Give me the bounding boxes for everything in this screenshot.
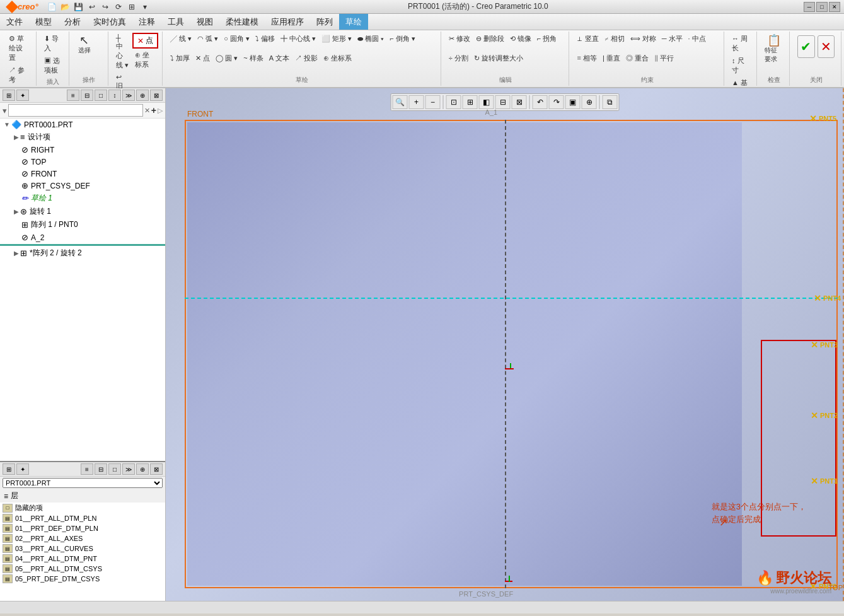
midpoint-btn[interactable]: · 中点 [686,33,708,45]
equal-btn[interactable]: = 相等 [574,52,599,64]
save-btn[interactable]: 💾 [72,1,85,13]
layer-tb-btn2[interactable]: ✦ [16,463,29,475]
expand-icon4[interactable]: ▶ [14,250,19,257]
zoom-fit-btn[interactable]: 🔍 [393,95,408,109]
layer-item-01-all[interactable]: ▤ 01__PRT_ALL_DTM_PLN [0,513,165,523]
arc-btn[interactable]: ◠ 弧 ▾ [195,33,221,45]
tree-item-sketch1[interactable]: ✏ 草绘 1 [0,192,165,205]
layer-item-01-def[interactable]: ▤ 01__PRT_DEF_DTM_PLN [0,523,165,533]
search-extra-btn[interactable]: ▷ [158,107,163,115]
layer-item-03[interactable]: ▤ 03__PRT_ALL_CURVES [0,543,165,554]
filter-icon[interactable]: ▾ [3,106,7,115]
close-btn[interactable]: ✕ [829,2,840,12]
vertical-c-btn[interactable]: ⊥ 竖直 [574,33,601,45]
tree-item-array-pnt0[interactable]: ⊞ 阵列 1 / PNT0 [0,218,165,231]
maximize-btn[interactable]: □ [816,2,828,12]
coords-btn2[interactable]: ⊕ 坐标系 [321,52,354,64]
perimeter-btn[interactable]: ↔ 周长 [729,33,753,54]
minimize-btn[interactable]: ─ [804,2,815,12]
tree-item-right[interactable]: ⊘ RIGHT [0,144,165,156]
regen-btn[interactable]: ⟳ [112,1,125,13]
expand-icon[interactable]: ▼ [4,121,10,128]
menu-view[interactable]: 视图 [190,14,219,30]
view-btn10[interactable]: ⧉ [603,95,618,109]
tree-item-front[interactable]: ⊘ FRONT [0,168,165,180]
open-btn[interactable]: 📂 [59,1,72,13]
layer-tb-btn6[interactable]: ≫ [122,463,135,475]
tree-tb-icon8[interactable]: ⊕ [136,90,149,101]
line-btn[interactable]: ╱ 线 ▾ [168,33,194,45]
horizontal-c-btn[interactable]: ─ 水平 [659,33,685,45]
coords-btn[interactable]: ⊕ 坐标系 [132,49,158,71]
dimension-btn[interactable]: ↕ 尺寸 [729,55,753,76]
delete-seg-btn[interactable]: ⊖ 删除段 [473,33,507,45]
tree-tb-icon1[interactable]: ⊞ [3,90,15,101]
tree-tb-icon4[interactable]: ⊟ [81,90,93,101]
menu-simulation[interactable]: 实时仿真 [87,14,132,30]
tree-item-design[interactable]: ▶ ≡ 设计项 [0,131,165,144]
tree-tb-icon7[interactable]: ≫ [122,90,135,101]
layer-item-02[interactable]: ▤ 02__PRT_ALL_AXES [0,533,165,543]
tree-item-a2[interactable]: ⊘ A_2 [0,231,165,243]
layer-tb-btn1[interactable]: ⊞ [3,463,15,475]
layer-tb-btn3[interactable]: ≡ [81,463,93,475]
pt-btn2[interactable]: ✕ 点 [193,52,212,64]
tree-tb-icon5[interactable]: □ [95,90,107,101]
perp-btn[interactable]: | 垂直 [600,52,623,64]
layer-item-04[interactable]: ▤ 04__PRT_ALL_DTM_PNT [0,554,165,564]
more-btn[interactable]: ▾ [139,1,151,13]
view-btn8[interactable]: ▣ [565,95,581,109]
view-btn1[interactable]: ⊡ [446,95,461,109]
view-btn4[interactable]: ⊟ [495,95,511,109]
rotate-resize-btn[interactable]: ↻ 旋转调整大小 [471,52,526,64]
layer-item-hidden[interactable]: □ 隐藏的项 [0,503,165,513]
expand-icon3[interactable]: ▶ [14,208,19,215]
view-btn2[interactable]: ⊞ [463,95,478,109]
select-btn[interactable]: ↖ 选择 [74,33,95,57]
menu-analysis[interactable]: 分析 [58,14,87,30]
tree-item-csys[interactable]: ⊕ PRT_CSYS_DEF [0,180,165,192]
menu-file[interactable]: 文件 [0,14,29,30]
zoom-in-btn[interactable]: + [409,95,424,109]
menu-apps[interactable]: 应用程序 [265,14,310,30]
layer-tb-btn7[interactable]: ⊕ [136,463,149,475]
new-btn[interactable]: 📄 [46,1,59,13]
reference-btn[interactable]: ↗ 参考 [6,64,32,86]
tree-item-prt0001[interactable]: ▼ 🔷 PRT0001.PRT [0,119,165,131]
tree-item-rotate1[interactable]: ▶ ⊛ 旋转 1 [0,205,165,218]
search-clear-btn[interactable]: ✕ [144,107,150,115]
tree-tb-icon6[interactable]: ↕ [108,90,121,101]
tree-item-top[interactable]: ⊘ TOP [0,156,165,168]
symmetric-btn[interactable]: ⟺ 对称 [628,33,659,45]
menu-tools[interactable]: 工具 [161,14,190,30]
viewport[interactable]: 🔍 + − ⊡ ⊞ ◧ ⊟ ⊠ ↶ ↷ ▣ ⊕ ⧉ FRONT [166,88,844,601]
layer-tb-btn8[interactable]: ⊠ [150,463,163,475]
menu-annotate[interactable]: 注释 [132,14,161,30]
modify-btn[interactable]: ✂ 修改 [446,33,473,45]
cancel-btn[interactable]: ✕ [818,35,835,58]
layer-tb-btn5[interactable]: □ [108,463,121,475]
spline-btn[interactable]: ~ 样条 [241,52,265,64]
view-btn7[interactable]: ↷ [549,95,564,109]
menu-array[interactable]: 阵列 [310,14,339,30]
chamfer-btn[interactable]: ⌐ 倒角 ▾ [387,33,418,45]
layer-item-05-all[interactable]: ▤ 05__PRT_ALL_DTM_CSYS [0,564,165,574]
view-btn5[interactable]: ⊠ [512,95,527,109]
tree-item-array2[interactable]: ▶ ⊞ *阵列 2 / 旋转 2 [0,247,165,260]
import-btn[interactable]: ⬇ 导入 [42,33,65,54]
parallel-btn[interactable]: ∥ 平行 [652,52,676,64]
tree-tb-icon9[interactable]: ⊠ [150,90,163,101]
centerline-btn[interactable]: ┼ 中心线 ▾ [113,33,131,71]
coincide-btn[interactable]: ◎ 重合 [623,52,651,64]
search-add-btn[interactable]: + [151,105,156,115]
window-btn[interactable]: ⊞ [125,1,138,13]
view-btn6[interactable]: ↶ [533,95,548,109]
undo-btn[interactable]: ↩ [86,1,98,13]
rect-btn[interactable]: ⬜ 矩形 ▾ [319,33,354,45]
text-btn[interactable]: A 文本 [267,52,292,64]
confirm-btn[interactable]: ✔ [797,35,815,58]
layer-item-05-def[interactable]: ▤ 05_PRT_DEF_DTM_CSYS [0,574,165,584]
feature-req-btn[interactable]: 📋 特征要求 [762,33,785,66]
point-btn[interactable]: ✕ 点 [132,33,158,49]
menu-model[interactable]: 模型 [29,14,58,30]
